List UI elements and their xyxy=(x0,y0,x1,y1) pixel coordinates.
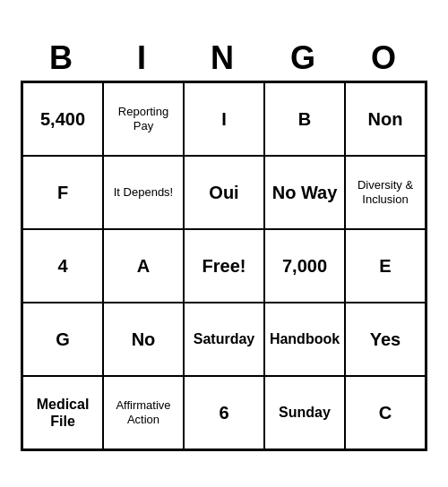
bingo-cell: 5,400 xyxy=(22,82,103,156)
bingo-cell: It Depends! xyxy=(103,156,184,229)
bingo-cell: Yes xyxy=(345,303,426,376)
header-letter: B xyxy=(21,36,101,81)
bingo-cell: E xyxy=(345,229,426,303)
bingo-grid: 5,400Reporting PayIBNonFIt Depends!OuiNo… xyxy=(21,81,427,451)
bingo-cell: Diversity & Inclusion xyxy=(345,156,426,229)
bingo-cell: Free! xyxy=(184,229,264,303)
bingo-cell: A xyxy=(103,229,184,303)
bingo-card: BINGO 5,400Reporting PayIBNonFIt Depends… xyxy=(21,36,427,451)
bingo-cell: Reporting Pay xyxy=(103,82,184,156)
bingo-cell: Non xyxy=(345,82,426,156)
bingo-cell: 7,000 xyxy=(264,229,345,303)
bingo-cell: Affirmative Action xyxy=(103,376,184,449)
bingo-cell: 6 xyxy=(184,376,264,449)
bingo-cell: Handbook xyxy=(264,303,345,376)
bingo-row: GNoSaturdayHandbookYes xyxy=(22,303,426,376)
bingo-row: 4AFree!7,000E xyxy=(22,229,426,303)
bingo-cell: B xyxy=(264,82,345,156)
bingo-cell: 4 xyxy=(22,229,103,303)
bingo-row: Medical FileAffirmative Action6SundayC xyxy=(22,376,426,449)
bingo-cell: Saturday xyxy=(184,303,264,376)
bingo-cell: Sunday xyxy=(264,376,345,449)
header-letter: O xyxy=(343,36,424,81)
bingo-cell: Medical File xyxy=(22,376,103,449)
bingo-row: 5,400Reporting PayIBNon xyxy=(22,82,426,156)
header-letter: I xyxy=(101,36,182,81)
header-letter: N xyxy=(182,36,263,81)
bingo-cell: No xyxy=(103,303,184,376)
bingo-cell: C xyxy=(345,376,426,449)
bingo-row: FIt Depends!OuiNo WayDiversity & Inclusi… xyxy=(22,156,426,229)
bingo-header: BINGO xyxy=(21,36,427,81)
bingo-cell: I xyxy=(184,82,264,156)
bingo-cell: F xyxy=(22,156,103,229)
bingo-cell: Oui xyxy=(184,156,264,229)
bingo-cell: G xyxy=(22,303,103,376)
header-letter: G xyxy=(263,36,343,81)
bingo-cell: No Way xyxy=(264,156,345,229)
